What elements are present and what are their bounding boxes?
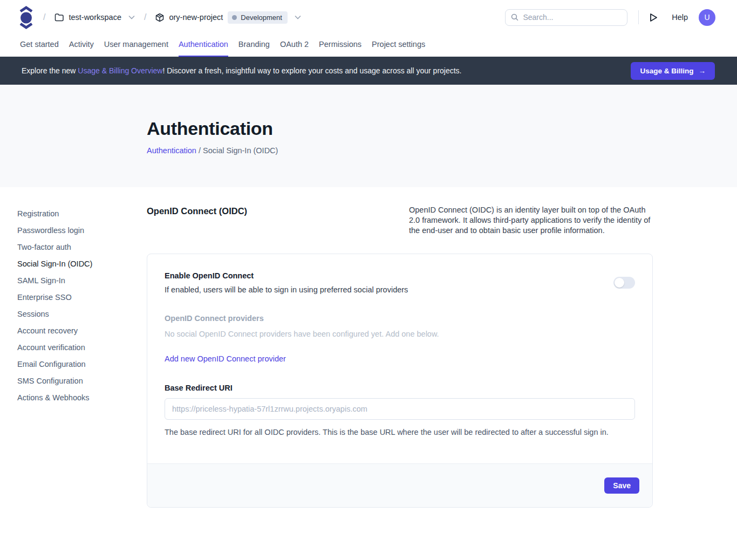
settings-sidebar: Registration Passwordless login Two-fact… bbox=[17, 205, 147, 508]
breadcrumb-current: Social Sign-In (OIDC) bbox=[203, 146, 278, 155]
project-name: ory-new-project bbox=[169, 13, 223, 22]
primary-nav: Get started Activity User management Aut… bbox=[0, 35, 737, 57]
section-title: OpenID Connect (OIDC) bbox=[147, 205, 247, 216]
folder-icon bbox=[54, 13, 64, 22]
tab-branding[interactable]: Branding bbox=[238, 35, 270, 57]
avatar[interactable]: U bbox=[699, 9, 715, 26]
base-redirect-uri-label: Base Redirect URI bbox=[165, 384, 635, 392]
section-header: OpenID Connect (OIDC) OpenID Connect (OI… bbox=[147, 205, 653, 236]
usage-billing-button[interactable]: Usage & Billing → bbox=[631, 62, 715, 80]
environment-label: Development bbox=[241, 13, 282, 22]
breadcrumb-authentication-link[interactable]: Authentication bbox=[147, 146, 196, 155]
tab-get-started[interactable]: Get started bbox=[20, 35, 59, 57]
section-description: OpenID Connect (OIDC) is an identity lay… bbox=[409, 205, 653, 236]
card-footer: Save bbox=[147, 463, 652, 507]
banner-text-before: Explore the new bbox=[22, 66, 78, 75]
enable-oidc-subtitle: If enabled, users will be able to sign i… bbox=[165, 285, 408, 294]
search-icon bbox=[511, 13, 518, 22]
oidc-settings-card: Enable OpenID Connect If enabled, users … bbox=[147, 254, 653, 508]
usage-billing-overview-link[interactable]: Usage & Billing Overview bbox=[78, 66, 162, 75]
breadcrumb-separator: / bbox=[144, 12, 146, 22]
top-header: / test-workspace / ory-new-project Devel… bbox=[0, 0, 737, 35]
page-hero: Authentication Authentication / Social S… bbox=[0, 85, 737, 187]
providers-section-title: OpenID Connect providers bbox=[165, 314, 635, 323]
header-divider bbox=[638, 10, 639, 24]
breadcrumb: Authentication / Social Sign-In (OIDC) bbox=[147, 146, 737, 155]
breadcrumb-separator: / bbox=[196, 146, 203, 155]
tab-activity[interactable]: Activity bbox=[69, 35, 94, 57]
sidebar-item-social-sign-in-oidc[interactable]: Social Sign-In (OIDC) bbox=[17, 255, 147, 272]
workspace-name: test-workspace bbox=[69, 13, 121, 22]
add-provider-link[interactable]: Add new OpenID Connect provider bbox=[165, 354, 286, 363]
project-selector[interactable]: ory-new-project Development bbox=[155, 11, 301, 24]
sidebar-item-two-factor-auth[interactable]: Two-factor auth bbox=[17, 238, 147, 255]
sidebar-item-account-verification[interactable]: Account verification bbox=[17, 339, 147, 356]
arrow-right-icon: → bbox=[699, 67, 706, 75]
base-redirect-uri-input[interactable] bbox=[165, 398, 635, 420]
save-button[interactable]: Save bbox=[604, 477, 639, 494]
tab-project-settings[interactable]: Project settings bbox=[372, 35, 425, 57]
sidebar-item-sessions[interactable]: Sessions bbox=[17, 305, 147, 322]
play-icon[interactable] bbox=[650, 13, 658, 22]
oidc-card-body: Enable OpenID Connect If enabled, users … bbox=[147, 254, 652, 463]
workspace-selector[interactable]: test-workspace bbox=[54, 13, 135, 22]
usage-billing-button-label: Usage & Billing bbox=[640, 67, 693, 75]
package-icon bbox=[155, 13, 164, 22]
usage-billing-banner: Explore the new Usage & Billing Overview… bbox=[0, 57, 737, 85]
sidebar-item-sms-configuration[interactable]: SMS Configuration bbox=[17, 372, 147, 389]
environment-badge: Development bbox=[228, 11, 288, 24]
sidebar-item-saml-sign-in[interactable]: SAML Sign-In bbox=[17, 272, 147, 289]
ory-logo[interactable] bbox=[18, 5, 34, 30]
providers-empty-text: No social OpenID Connect providers have … bbox=[165, 330, 635, 338]
enable-oidc-toggle[interactable] bbox=[613, 277, 635, 289]
enable-oidc-title: Enable OpenID Connect bbox=[165, 271, 408, 280]
sidebar-item-passwordless-login[interactable]: Passwordless login bbox=[17, 222, 147, 238]
tab-authentication[interactable]: Authentication bbox=[179, 35, 228, 57]
tab-permissions[interactable]: Permissions bbox=[319, 35, 361, 57]
tab-oauth2[interactable]: OAuth 2 bbox=[280, 35, 309, 57]
search-box[interactable] bbox=[505, 9, 627, 26]
page-title: Authentication bbox=[147, 118, 737, 139]
enable-oidc-row: Enable OpenID Connect If enabled, users … bbox=[165, 271, 635, 294]
content-area: Registration Passwordless login Two-fact… bbox=[0, 187, 737, 508]
banner-text-after: ! Discover a fresh, insightful way to ex… bbox=[162, 66, 461, 75]
chevron-down-icon bbox=[295, 15, 301, 19]
help-link[interactable]: Help bbox=[672, 13, 688, 22]
toggle-knob-icon bbox=[615, 278, 624, 288]
base-redirect-uri-help: The base redirect URI for all OIDC provi… bbox=[165, 428, 635, 436]
banner-text: Explore the new Usage & Billing Overview… bbox=[22, 66, 462, 75]
sidebar-item-registration[interactable]: Registration bbox=[17, 205, 147, 222]
tab-user-management[interactable]: User management bbox=[104, 35, 168, 57]
search-input[interactable] bbox=[523, 13, 622, 22]
main-panel: OpenID Connect (OIDC) OpenID Connect (OI… bbox=[147, 205, 653, 508]
sidebar-item-account-recovery[interactable]: Account recovery bbox=[17, 322, 147, 339]
sidebar-item-actions-webhooks[interactable]: Actions & Webhooks bbox=[17, 389, 147, 406]
environment-dot-icon bbox=[232, 15, 237, 20]
sidebar-item-enterprise-sso[interactable]: Enterprise SSO bbox=[17, 289, 147, 305]
sidebar-item-email-configuration[interactable]: Email Configuration bbox=[17, 356, 147, 372]
breadcrumb-separator: / bbox=[43, 12, 45, 22]
chevron-down-icon bbox=[128, 15, 135, 19]
enable-oidc-text: Enable OpenID Connect If enabled, users … bbox=[165, 271, 408, 294]
